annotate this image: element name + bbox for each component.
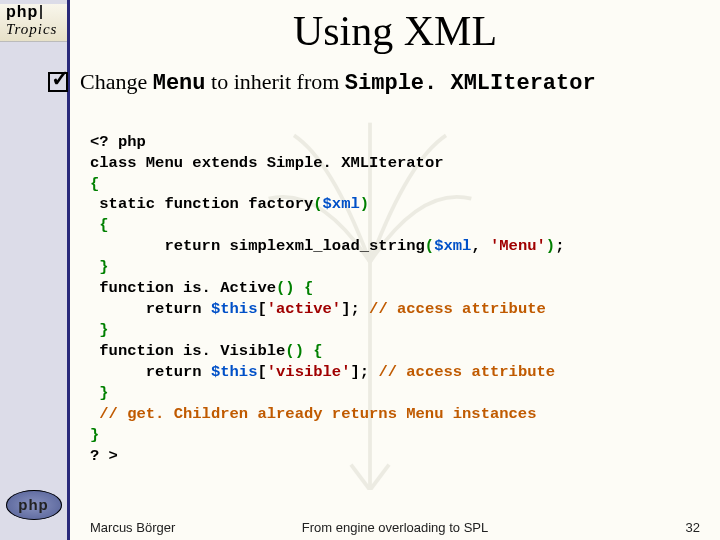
code-var: $this: [211, 363, 258, 381]
bullet-pre: Change: [80, 69, 153, 94]
code-cls: Menu: [146, 154, 183, 172]
code-paren: (): [276, 279, 295, 297]
brand-top-text: php: [6, 3, 38, 20]
code-comment: // access attribute: [378, 363, 555, 381]
code-sep: ];: [341, 300, 369, 318]
code-block: <? php class Menu extends Simple. XMLIte…: [90, 132, 700, 467]
code-brace: {: [90, 216, 109, 234]
code-str: 'Menu': [490, 237, 546, 255]
code-paren: (): [285, 342, 304, 360]
code-sep: ];: [350, 363, 378, 381]
code-sep: [: [257, 363, 266, 381]
code-comment: // access attribute: [369, 300, 546, 318]
code-str: 'visible': [267, 363, 351, 381]
bullet-code1: Menu: [153, 71, 206, 96]
code-line: return simplexml_load_string: [90, 237, 425, 255]
code-brace: }: [90, 384, 109, 402]
bullet-code2: Simple. XMLIterator: [345, 71, 596, 96]
code-brace: }: [90, 426, 99, 444]
code-var: $xml: [434, 237, 471, 255]
code-sep: ;: [555, 237, 564, 255]
code-line: function is. Visible: [90, 342, 285, 360]
checkbox-icon: [48, 72, 68, 92]
code-line: function is. Active: [90, 279, 276, 297]
code-kw: class: [90, 154, 146, 172]
code-line: static function factory: [90, 195, 313, 213]
code-sep: [: [257, 300, 266, 318]
footer-author: Marcus Börger: [90, 521, 175, 534]
slide-body: Using XML Change Menu to inherit from Si…: [70, 0, 720, 540]
brand-badge: php Tropics: [0, 4, 67, 42]
bullet-item: Change Menu to inherit from Simple. XMLI…: [90, 68, 700, 98]
code-line: return: [90, 300, 211, 318]
code-paren: ): [360, 195, 369, 213]
php-logo: php: [6, 490, 62, 520]
code-brace: }: [90, 258, 109, 276]
code-line: <? php: [90, 133, 146, 151]
code-sep: ,: [471, 237, 490, 255]
footer-talk: From engine overloading to SPL: [90, 521, 700, 534]
code-paren: ): [546, 237, 555, 255]
footer-page: 32: [686, 521, 700, 534]
bullet-text: Change Menu to inherit from Simple. XMLI…: [80, 68, 596, 98]
code-brace: {: [90, 175, 99, 193]
bullet-mid: to inherit from: [206, 69, 345, 94]
code-cls: Simple. XMLIterator: [267, 154, 444, 172]
brand-bottom-text: Tropics: [6, 22, 67, 37]
slide-footer: Marcus Börger From engine overloading to…: [90, 521, 700, 534]
code-kw: extends: [183, 154, 267, 172]
code-brace: }: [90, 321, 109, 339]
code-paren: (: [313, 195, 322, 213]
code-comment: // get. Children already returns Menu in…: [90, 405, 536, 423]
code-line: ? >: [90, 447, 118, 465]
code-var: $xml: [323, 195, 360, 213]
code-line: return: [90, 363, 211, 381]
code-brace: {: [304, 342, 323, 360]
code-brace: {: [295, 279, 314, 297]
code-paren: (: [425, 237, 434, 255]
code-str: 'active': [267, 300, 341, 318]
slide-title: Using XML: [90, 8, 700, 54]
code-var: $this: [211, 300, 258, 318]
